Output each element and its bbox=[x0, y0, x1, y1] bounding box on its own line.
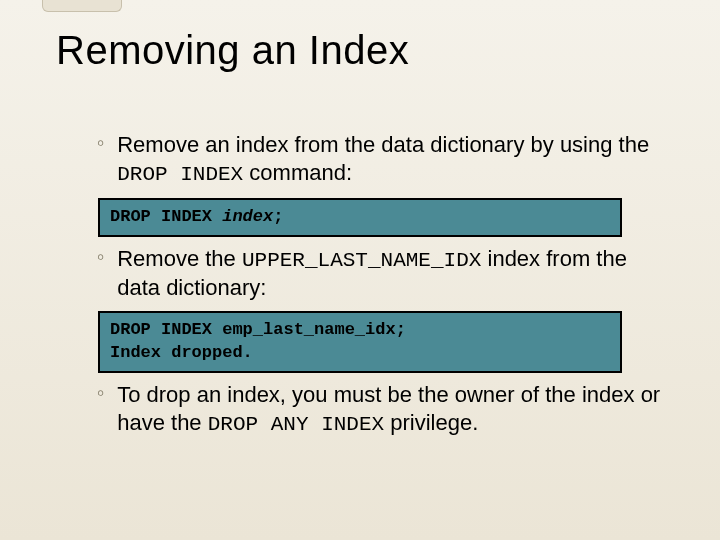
code1-param: index bbox=[222, 207, 273, 226]
code2-line1: DROP INDEX emp_last_name_idx; bbox=[110, 319, 610, 342]
bullet1-code: DROP INDEX bbox=[117, 163, 243, 186]
bullet1-text-post: command: bbox=[243, 160, 352, 185]
code1-keyword: DROP INDEX bbox=[110, 207, 222, 226]
slide-tab bbox=[42, 0, 122, 12]
bullet3-code: DROP ANY INDEX bbox=[208, 413, 384, 436]
bullet-text: Remove the UPPER_LAST_NAME_IDX index fro… bbox=[117, 245, 664, 302]
bullet2-code: UPPER_LAST_NAME_IDX bbox=[242, 249, 481, 272]
code1-terminator: ; bbox=[273, 207, 283, 226]
bullet3-text-post: privilege. bbox=[384, 410, 478, 435]
bullet-item-2: ◦ Remove the UPPER_LAST_NAME_IDX index f… bbox=[94, 245, 664, 302]
code2-line2: Index dropped. bbox=[110, 342, 610, 365]
bullet2-text-pre: Remove the bbox=[117, 246, 242, 271]
bullet-marker: ◦ bbox=[94, 245, 107, 302]
bullet-text: To drop an index, you must be the owner … bbox=[117, 381, 664, 438]
bullet1-text-pre: Remove an index from the data dictionary… bbox=[117, 132, 649, 157]
slide-content: Removing an Index ◦ Remove an index from… bbox=[0, 0, 720, 438]
code-block-1: DROP INDEX index; bbox=[98, 198, 622, 237]
bullet-text: Remove an index from the data dictionary… bbox=[117, 131, 664, 188]
code-block-2: DROP INDEX emp_last_name_idx; Index drop… bbox=[98, 311, 622, 373]
slide-title: Removing an Index bbox=[56, 28, 664, 73]
bullet-marker: ◦ bbox=[94, 381, 107, 438]
bullet-item-3: ◦ To drop an index, you must be the owne… bbox=[94, 381, 664, 438]
bullet-item-1: ◦ Remove an index from the data dictiona… bbox=[94, 131, 664, 188]
bullet-marker: ◦ bbox=[94, 131, 107, 188]
